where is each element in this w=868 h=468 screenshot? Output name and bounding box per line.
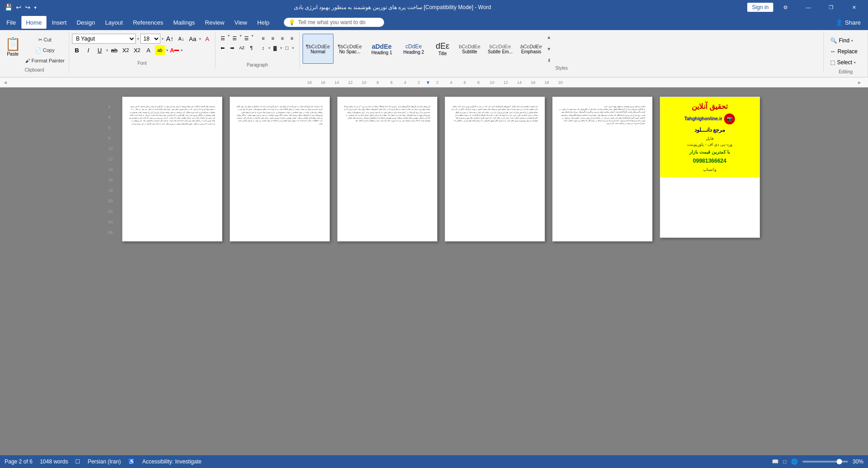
- styles-scroll-down[interactable]: ▼: [545, 46, 553, 51]
- style-subtitle[interactable]: bCcDdEe Subtitle: [456, 34, 483, 64]
- style-heading2[interactable]: cDdEe Heading 2: [398, 34, 429, 64]
- clear-formatting-button[interactable]: A: [202, 34, 212, 44]
- replace-button[interactable]: ↔ Replace: [827, 46, 864, 57]
- format-painter-button[interactable]: 🖌 Format Painter: [24, 56, 66, 66]
- tell-me-input[interactable]: 💡 Tell me what you want to do: [284, 18, 384, 27]
- shading-button[interactable]: ▓: [271, 43, 280, 52]
- share-button[interactable]: 👤 Share: [830, 17, 866, 28]
- document-page-1[interactable]: پیشرفت های گذشته، امکانات، این شبکه پیون…: [122, 97, 222, 242]
- subscript-button[interactable]: X2: [121, 45, 131, 55]
- indent-increase-button[interactable]: ➡: [228, 43, 237, 52]
- restore-button[interactable]: ❐: [821, 0, 842, 15]
- ad-title: تحقیق آنلاین: [692, 102, 727, 112]
- font-size-select[interactable]: 18: [140, 34, 160, 44]
- select-button[interactable]: ⬚ Select ▾: [827, 57, 864, 67]
- style-heading1[interactable]: aDdEe Heading 1: [366, 34, 397, 64]
- sort-button[interactable]: AZ: [237, 43, 247, 52]
- paste-button[interactable]: 📋 Paste: [3, 34, 23, 59]
- menu-mailings[interactable]: Mailings: [169, 16, 200, 29]
- page-content-5: ساخت پره های توربین هوشمند به منظور بهبو…: [559, 105, 646, 233]
- underline-dropdown-arrow: ▾: [106, 48, 108, 52]
- settings-icon[interactable]: ⚙: [775, 0, 796, 15]
- superscript-button[interactable]: X2: [132, 45, 142, 55]
- ad-logo-row: 📷 Tahghighonline.ir: [684, 113, 735, 124]
- style-subtle-em[interactable]: bCcDdEe Subtle Em...: [484, 34, 516, 64]
- document-page-4[interactable]: این جامعیت مفاهیم بادی با باید شامل کشور…: [445, 97, 545, 242]
- menu-review[interactable]: Review: [200, 16, 229, 29]
- align-left-button[interactable]: ≡: [259, 34, 268, 43]
- zoom-slider[interactable]: [802, 461, 848, 463]
- show-paragraph-button[interactable]: ¶: [247, 43, 256, 52]
- font-color-button[interactable]: A: [169, 45, 180, 55]
- styles-more-button[interactable]: ⬇: [545, 58, 553, 63]
- decrease-font-size-button[interactable]: A↓: [176, 34, 186, 44]
- bullets-button[interactable]: ☰: [218, 34, 227, 43]
- indent-decrease-button[interactable]: ⬅: [218, 43, 227, 52]
- close-button[interactable]: ✕: [843, 0, 864, 15]
- strikethrough-button[interactable]: ab: [109, 45, 119, 55]
- multilevel-list-button[interactable]: ☰: [242, 34, 251, 43]
- line-spacing-button[interactable]: ↕: [259, 43, 268, 52]
- document-page-5[interactable]: ساخت پره های توربین هوشمند به منظور بهبو…: [552, 97, 652, 242]
- document-area[interactable]: 2 4 6 8 10 12 14 16 18 20 22 24 26 پیشرف…: [0, 87, 868, 462]
- print-layout-icon[interactable]: □: [783, 458, 786, 465]
- sign-in-button[interactable]: Sign in: [747, 3, 773, 12]
- style-no-spacing[interactable]: ¶bCcDdEe No Spac...: [334, 34, 365, 64]
- styles-scroll-up[interactable]: ▲: [545, 35, 553, 40]
- format-painter-icon: 🖌: [25, 58, 30, 63]
- menu-layout[interactable]: Layout: [101, 16, 128, 29]
- zoom-thumb[interactable]: [837, 459, 842, 464]
- style-emphasis-preview: bCcDdEe: [520, 44, 542, 49]
- replace-icon: ↔: [830, 48, 836, 55]
- copy-button[interactable]: 📄 Copy: [24, 45, 66, 55]
- style-normal[interactable]: ¶bCcDdEe Normal: [303, 34, 334, 64]
- minimize-button[interactable]: —: [798, 0, 819, 15]
- menu-references[interactable]: References: [128, 16, 168, 29]
- menu-home[interactable]: Home: [21, 16, 46, 29]
- align-center-button[interactable]: ≡: [268, 34, 277, 43]
- style-title-label: Title: [438, 51, 447, 56]
- style-title[interactable]: dΕε Title: [430, 34, 455, 64]
- paste-icon: 📋: [5, 36, 21, 51]
- styles-gallery: ¶bCcDdEe Normal ¶bCcDdEe No Spac... aDdE…: [303, 34, 545, 64]
- multilevel-dropdown-arrow: ▾: [252, 34, 253, 43]
- borders-button[interactable]: □: [282, 43, 292, 52]
- numbering-button[interactable]: ☰: [230, 34, 239, 43]
- word-count: 1048 words: [40, 458, 68, 465]
- menu-view[interactable]: View: [230, 16, 252, 29]
- cut-button[interactable]: ✂ Cut: [24, 35, 66, 45]
- style-nospace-preview: ¶bCcDdEe: [338, 44, 362, 49]
- align-right-button[interactable]: ≡: [278, 34, 287, 43]
- font-name-select[interactable]: B Yagut: [72, 34, 136, 44]
- redo-button[interactable]: ↪: [24, 3, 31, 12]
- save-button[interactable]: 💾: [4, 3, 13, 12]
- page-text-5b: به کارگیری سرویس مدل از آزمایشگاه تطبیق …: [559, 108, 646, 125]
- menu-help[interactable]: Help: [252, 16, 274, 29]
- undo-button[interactable]: ↩: [15, 3, 22, 12]
- align-justify-button[interactable]: ≡: [288, 34, 297, 43]
- web-layout-icon[interactable]: 🌐: [791, 458, 798, 465]
- read-mode-icon[interactable]: 📖: [772, 458, 779, 465]
- document-page-2[interactable]: که به شرکت نیاز تقریباً اینه مقدار به دو…: [230, 97, 330, 242]
- ruler-right-marker: ▶: [858, 80, 864, 85]
- ruler-left-marker: ◀: [4, 80, 12, 85]
- increase-font-size-button[interactable]: A↑: [165, 34, 175, 44]
- text-effects-button[interactable]: A: [144, 45, 154, 55]
- title-bar: 💾 ↩ ↪ ▾ ساخت پره های توربین هوشمند به من…: [0, 0, 868, 15]
- underline-button[interactable]: U: [95, 45, 105, 55]
- bold-button[interactable]: B: [72, 45, 82, 55]
- customize-quick-access-button[interactable]: ▾: [33, 4, 37, 11]
- menu-file[interactable]: File: [2, 16, 21, 29]
- menu-design[interactable]: Design: [72, 16, 99, 29]
- quick-access-toolbar: 💾 ↩ ↪ ▾: [4, 3, 37, 12]
- document-page-3[interactable]: انرژی‌های ما هر بار فارم‌های کارگروه‌های…: [337, 97, 437, 242]
- italic-button[interactable]: I: [83, 45, 93, 55]
- find-button[interactable]: 🔍 Find ▾: [827, 36, 864, 46]
- highlight-color-button[interactable]: ab: [155, 45, 165, 55]
- accessibility-label: Accessibility: Investigate: [142, 458, 201, 465]
- menu-insert[interactable]: Insert: [47, 16, 72, 29]
- change-case-button[interactable]: Aa: [188, 34, 198, 44]
- ribbon-group-styles: ¶bCcDdEe Normal ¶bCcDdEe No Spac... aDdE…: [300, 32, 824, 72]
- ribbon: 📋 Paste ✂ Cut 📄 Copy 🖌 Format Painter: [0, 30, 868, 77]
- style-emphasis[interactable]: bCcDdEe Emphasis: [517, 34, 545, 64]
